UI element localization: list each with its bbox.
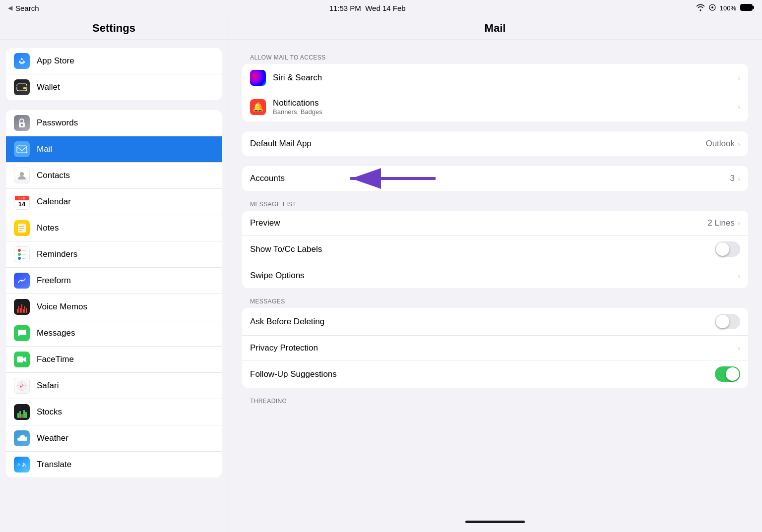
defaultmail-label: Default Mail App [250,139,705,149]
safari-label: Safari [37,381,59,391]
sidebar-item-reminders[interactable]: Reminders [6,241,222,268]
settings-row-accounts[interactable]: Accounts 3 › [242,166,748,191]
mail-icon [14,141,30,157]
freeform-icon [14,273,30,289]
translate-icon: A あ [14,457,30,473]
sidebar-item-facetime[interactable]: FaceTime [6,347,222,373]
chevron-right-icon-7: › [738,344,740,352]
sidebar-group-1: App Store Wallet [6,48,222,100]
sidebar-item-stocks[interactable]: Stocks [6,399,222,425]
calendar-icon: FEB 14 [14,194,30,210]
back-chevron: ◀ [8,4,12,11]
defaultmail-value: Outlook › [705,139,740,149]
settings-group-messagelist: Preview 2 Lines › Show To/Cc Labels Swip… [242,211,748,288]
swipeoptions-label: Swipe Options [250,271,738,281]
settings-row-followup[interactable]: Follow-Up Suggestions [242,360,748,388]
settings-row-notifications[interactable]: 🔔 Notifications Banners, Badges › [242,92,748,121]
settings-row-swipeoptions[interactable]: Swipe Options › [242,263,748,288]
toggle-knob-followup [726,367,739,381]
svg-rect-3 [753,6,754,9]
svg-point-8 [21,124,23,126]
freeform-label: Freeform [37,276,71,286]
preview-value: 2 Lines › [707,218,740,228]
notes-icon [14,220,30,236]
reminders-icon [14,246,30,262]
detail-panel: Mail ALLOW MAIL TO ACCESS Siri & Search … [228,16,762,532]
detail-title: Mail [238,22,752,35]
privacy-label: Privacy Protection [250,343,738,353]
chevron-right-icon-6: › [738,272,740,280]
reminders-label: Reminders [37,249,77,259]
siri-chevron: › [738,74,740,82]
sidebar-item-wallet[interactable]: Wallet [6,74,222,100]
chevron-right-icon-2: › [738,103,740,111]
chevron-right-icon-3: › [738,140,740,148]
settings-group-accounts: Accounts 3 › [242,166,748,191]
settings-row-askdelete[interactable]: Ask Before Deleting [242,308,748,336]
sidebar-item-safari[interactable]: Safari [6,373,222,399]
svg-point-10 [20,172,24,176]
main-container: Settings App Store [0,16,762,532]
settings-row-privacy[interactable]: Privacy Protection › [242,336,748,360]
sidebar-item-weather[interactable]: Weather [6,425,222,452]
preview-value-text: 2 Lines [707,218,735,228]
voicememos-icon [14,299,30,315]
facetime-label: FaceTime [37,355,74,364]
back-label[interactable]: Search [15,4,39,12]
privacy-chevron: › [738,344,740,352]
calendar-label: Calendar [37,197,71,207]
battery-text: 100% [720,4,736,12]
status-left: ◀ Search [8,4,39,12]
voicememos-label: Voice Memos [37,302,87,312]
sidebar-item-contacts[interactable]: Contacts [6,163,222,189]
settings-row-siri[interactable]: Siri & Search › [242,64,748,92]
sidebar-item-voicememos[interactable]: Voice Memos [6,294,222,320]
status-bar: ◀ Search 11:53 PM Wed 14 Feb 100% [0,0,762,16]
svg-point-15 [21,280,23,282]
followup-label: Follow-Up Suggestions [250,369,715,379]
passwords-label: Passwords [37,118,78,128]
section-label-allow: ALLOW MAIL TO ACCESS [242,54,748,61]
followup-toggle[interactable] [715,366,740,382]
weather-icon [14,430,30,446]
sidebar-content: App Store Wallet [0,40,228,532]
sidebar-item-notes[interactable]: Notes [6,215,222,241]
chevron-right-icon: › [738,74,740,82]
notes-label: Notes [37,223,59,233]
notifications-label: Notifications [273,98,738,108]
home-indicator [465,521,525,523]
sidebar-item-messages[interactable]: Messages [6,320,222,347]
accounts-label: Accounts [250,174,730,183]
svg-rect-16 [17,356,23,362]
bottom-bar [228,514,762,532]
sidebar-item-mail[interactable]: Mail [6,136,222,163]
svg-rect-5 [16,86,27,87]
contacts-icon [14,168,30,183]
sidebar-item-calendar[interactable]: FEB 14 Calendar [6,189,222,215]
showtocc-toggle[interactable] [715,241,740,257]
status-time: 11:53 PM Wed 14 Feb [329,4,406,12]
battery-icon [740,4,754,12]
toggle-knob-showtocc [716,242,729,256]
sidebar-item-freeform[interactable]: Freeform [6,268,222,294]
askdelete-toggle[interactable] [715,314,740,329]
askdelete-label: Ask Before Deleting [250,317,715,327]
settings-row-defaultmail[interactable]: Default Mail App Outlook › [242,131,748,156]
preview-label: Preview [250,218,707,228]
settings-group-defaultmail: Default Mail App Outlook › [242,131,748,156]
swipeoptions-chevron: › [738,272,740,280]
contacts-label: Contacts [37,171,70,180]
location-icon [709,4,716,12]
stocks-icon [14,404,30,420]
svg-rect-6 [23,87,26,89]
chevron-right-icon-4: › [738,175,740,183]
sidebar-item-appstore[interactable]: App Store [6,48,222,74]
chevron-right-icon-5: › [738,219,740,227]
sidebar-item-translate[interactable]: A あ Translate [6,452,222,477]
settings-row-preview[interactable]: Preview 2 Lines › [242,211,748,236]
facetime-icon [14,352,30,367]
weather-label: Weather [37,433,68,443]
sidebar-item-passwords[interactable]: Passwords [6,110,222,136]
settings-row-showtocc[interactable]: Show To/Cc Labels [242,236,748,263]
notifications-chevron: › [738,103,740,111]
